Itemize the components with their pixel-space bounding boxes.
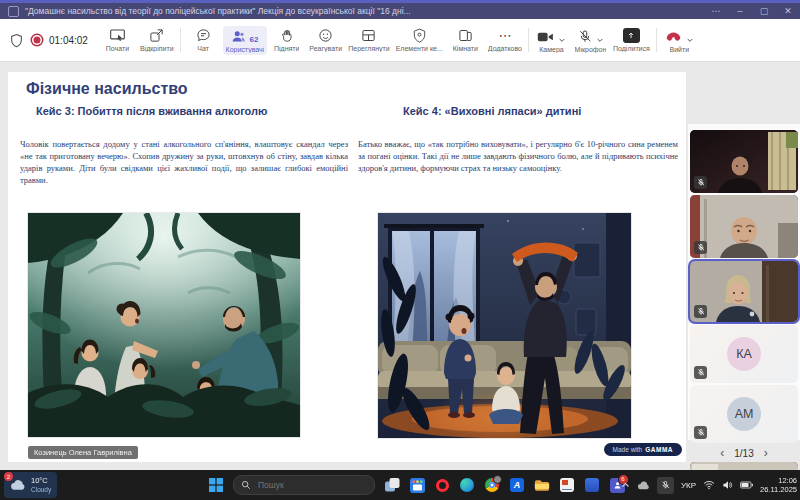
view-button[interactable]: Переглянути	[345, 26, 392, 54]
participant-initials-tile-2[interactable]: АМ	[690, 385, 798, 443]
leave-button[interactable]: Вийти	[660, 26, 699, 55]
chrome-profile-badge	[493, 475, 502, 484]
start-button[interactable]	[208, 477, 224, 493]
chat-icon	[196, 28, 211, 43]
mic-muted-badge	[694, 426, 707, 439]
case4-heading: Кейс 4: «Виховні ляпаси» дитині	[403, 105, 581, 117]
camera-chevron-icon[interactable]	[558, 36, 566, 44]
presentation-app-icon[interactable]	[559, 477, 575, 493]
chrome-icon[interactable]	[484, 477, 500, 493]
participants-pager: ‹ 1/13 ›	[688, 445, 800, 461]
gamma-badge[interactable]: Made withGAMMA	[604, 443, 682, 456]
diia-app-icon[interactable]: A	[509, 477, 525, 493]
stage-area: Фізичне насильство Кейс 3: Побиття після…	[0, 62, 800, 470]
weather-notification-badge: 2	[4, 472, 13, 481]
case3-heading: Кейс 3: Побиття після вживання алкоголю	[36, 105, 267, 117]
store-icon[interactable]	[409, 477, 425, 493]
control-elements-button[interactable]: Елементи ке...	[393, 26, 446, 54]
date: 26.11.2025	[760, 485, 797, 494]
case3-body: Чоловік повертається додому у стані алко…	[20, 138, 348, 186]
participant-video-tile-3-active-speaker[interactable]	[690, 261, 798, 322]
task-view-button[interactable]	[384, 477, 400, 493]
unpin-button[interactable]: Відкріпити	[137, 26, 177, 54]
mic-chevron-icon[interactable]	[596, 36, 604, 44]
participant-video-tile-1[interactable]	[690, 130, 798, 193]
prev-page-button[interactable]: ‹	[720, 448, 724, 458]
raise-hand-button[interactable]: Підняти	[267, 26, 306, 54]
wifi-icon[interactable]	[703, 480, 715, 490]
weather-condition: Cloudy	[31, 486, 51, 493]
shield-gear-icon	[412, 28, 427, 43]
file-explorer-icon[interactable]	[534, 477, 550, 493]
mic-muted-badge	[694, 305, 707, 318]
onedrive-icon[interactable]	[637, 481, 650, 490]
maximize-button[interactable]: ▢	[752, 6, 776, 16]
shield-icon	[10, 33, 23, 48]
view-layout-icon	[361, 28, 376, 43]
cloud-weather-icon	[10, 479, 26, 491]
mic-muted-icon	[578, 29, 592, 44]
share-button[interactable]: Поділитися	[610, 26, 653, 54]
camera-button[interactable]: Камера	[532, 26, 571, 55]
smiley-icon	[318, 28, 333, 43]
camera-icon	[537, 30, 554, 44]
clock-and-date[interactable]: 12:06 26.11.2025	[760, 476, 797, 494]
meeting-timer: 01:04:02	[49, 35, 88, 46]
mic-muted-badge	[694, 241, 707, 254]
windows-taskbar: 2 10°C Cloudy A 6	[0, 470, 800, 500]
participant-video-tile-2[interactable]	[690, 195, 798, 258]
more-dots-icon: ⋯	[498, 29, 511, 43]
search-input[interactable]	[256, 479, 350, 491]
participants-sidebar: КА АМ ‹ 1/13 ›	[688, 124, 800, 440]
tray-chevron-icon[interactable]	[621, 481, 630, 489]
weather-widget[interactable]: 2 10°C Cloudy	[4, 472, 57, 498]
chat-button[interactable]: Чат	[184, 26, 223, 54]
rooms-button[interactable]: Кімнати	[446, 26, 485, 54]
meeting-icon	[8, 6, 19, 17]
recording-indicator	[32, 35, 42, 45]
meeting-title: "Домашнє насильство від теорії до поліце…	[25, 6, 411, 16]
case4-body: Батько вважає, що «так потрібно виховува…	[358, 138, 678, 174]
raised-hand-icon	[280, 28, 294, 43]
gamma-logo: GAMMA	[645, 446, 673, 453]
language-indicator[interactable]: УКР	[681, 481, 696, 490]
presenter-name-badge: Козинець Олена Гаврилівна	[28, 446, 138, 459]
slide-title: Фізичне насильство	[26, 80, 188, 98]
page-indicator: 1/13	[734, 448, 753, 459]
people-button[interactable]: 62 Користувачі	[223, 26, 268, 55]
tray-mic-icon[interactable]	[657, 477, 674, 494]
edge-icon[interactable]	[459, 477, 475, 493]
hang-up-icon	[665, 30, 682, 44]
start-present-button[interactable]: Почати	[98, 26, 137, 54]
minimize-button[interactable]: –	[728, 6, 752, 16]
window-titlebar: "Домашнє насильство від теорії до поліце…	[0, 0, 800, 19]
next-page-button[interactable]: ›	[764, 448, 768, 458]
present-screen-icon	[109, 28, 126, 43]
mic-button[interactable]: Мікрофон	[571, 26, 610, 55]
participant-initials-tile-1[interactable]: КА	[690, 325, 798, 383]
battery-icon[interactable]	[740, 481, 753, 489]
more-button[interactable]: ⋯ Додатково	[485, 27, 525, 54]
blue-app-icon[interactable]	[584, 477, 600, 493]
rooms-icon	[458, 28, 473, 43]
close-button[interactable]: ✕	[776, 6, 800, 16]
case4-illustration	[377, 212, 632, 439]
search-icon	[241, 480, 251, 490]
weather-temp: 10°C	[31, 477, 51, 485]
participants-count-badge: 62	[249, 35, 258, 44]
volume-icon[interactable]	[722, 480, 733, 490]
mic-muted-badge	[694, 176, 707, 189]
initials-avatar: АМ	[727, 397, 761, 431]
popout-icon	[149, 28, 164, 43]
mic-muted-badge	[694, 366, 707, 379]
people-icon	[231, 29, 246, 44]
case3-illustration	[27, 212, 301, 438]
leave-chevron-icon[interactable]	[686, 36, 694, 44]
initials-avatar: КА	[727, 337, 761, 371]
share-icon	[623, 28, 640, 43]
opera-icon[interactable]	[434, 477, 450, 493]
taskbar-search[interactable]	[233, 475, 375, 495]
window-more-button[interactable]: ⋯	[704, 6, 728, 16]
react-button[interactable]: Реагувати	[306, 26, 345, 54]
meeting-toolbar: 01:04:02 Почати Відкріпити Чат 62 Корист…	[0, 19, 800, 62]
